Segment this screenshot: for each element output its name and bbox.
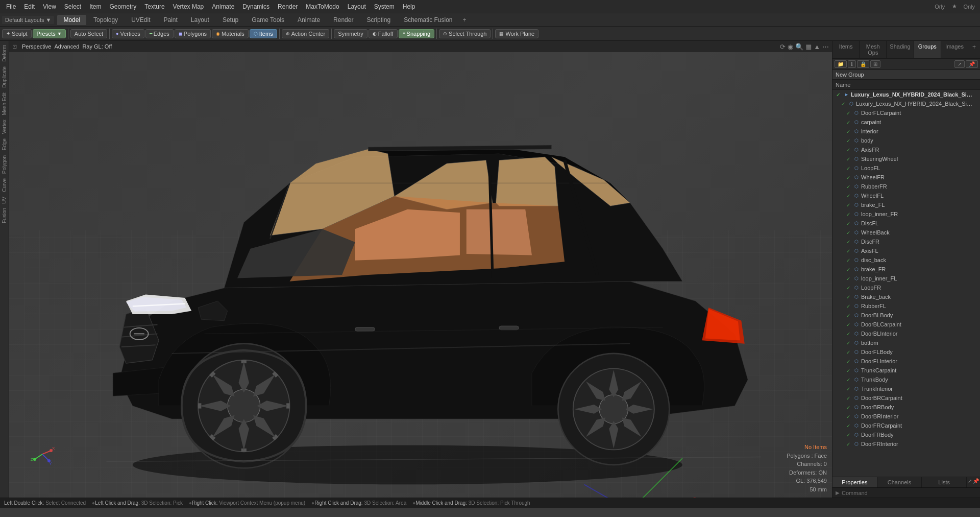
list-item[interactable]: ✓⬡bottom (832, 338, 980, 347)
tab-setup[interactable]: Setup (216, 15, 244, 25)
menu-item[interactable]: Item (85, 2, 105, 11)
list-item[interactable]: ✓⬡AxisFR (832, 145, 980, 154)
check-icon[interactable]: ✓ (845, 210, 852, 218)
polygons-button[interactable]: ◼ Polygons (175, 29, 211, 38)
check-icon[interactable]: ✓ (845, 321, 852, 328)
list-item[interactable]: ✓⬡WheelFR (832, 173, 980, 182)
check-icon[interactable]: ✓ (845, 348, 852, 356)
edges-button[interactable]: ━ Edges (145, 29, 174, 38)
tab-render[interactable]: Render (327, 15, 359, 25)
check-icon[interactable]: ✓ (845, 256, 852, 264)
tab-schematic-fusion[interactable]: Schematic Fusion (398, 15, 458, 25)
list-item[interactable]: ✓⬡TrunkCarpaint (832, 366, 980, 375)
menu-texture[interactable]: Texture (140, 2, 168, 11)
rpb-tab-lists[interactable]: Lists (922, 477, 967, 487)
select-through-button[interactable]: ⊙ Select Through (439, 29, 491, 38)
rp-tab-shading[interactable]: Shading (887, 41, 914, 58)
check-icon[interactable]: ✓ (845, 220, 852, 227)
items-list[interactable]: ✓▸Luxury_Lexus_NX_HYBRID_2024_Black_Simp… (832, 90, 980, 477)
tab-layout[interactable]: Layout (185, 15, 215, 25)
list-item[interactable]: ✓⬡DoorBLBody (832, 311, 980, 320)
check-icon[interactable]: ✓ (845, 404, 852, 411)
rpt-pin-btn[interactable]: 📌 (966, 60, 978, 68)
viewport-icon-1[interactable]: ⟳ (780, 43, 786, 51)
check-icon[interactable]: ✓ (840, 100, 847, 107)
list-item[interactable]: ✓⬡DoorBRBody (832, 403, 980, 412)
symmetry-button[interactable]: Symmetry (334, 29, 368, 38)
check-icon[interactable]: ✓ (845, 440, 852, 448)
menu-system[interactable]: System (370, 2, 399, 11)
check-icon[interactable]: ✓ (845, 422, 852, 429)
viewport-canvas[interactable]: X Y Z No Items Polygons : Face Channels:… (9, 52, 832, 498)
check-icon[interactable]: ✓ (845, 146, 852, 153)
viewport-expand-icon[interactable]: ⊡ (12, 43, 17, 50)
sidebar-curve[interactable]: Curve (1, 176, 8, 194)
viewport-icon-6[interactable]: ⋯ (822, 43, 829, 51)
check-icon[interactable]: ✓ (845, 293, 852, 300)
viewport-icon-3[interactable]: 🔍 (795, 43, 803, 51)
check-icon[interactable]: ✓ (845, 302, 852, 310)
list-item[interactable]: ✓⬡AxisFL (832, 246, 980, 255)
sidebar-deform[interactable]: Deform (1, 43, 8, 64)
check-icon[interactable]: ✓ (845, 165, 852, 172)
viewport-icon-5[interactable]: ▲ (814, 43, 820, 51)
check-icon[interactable]: ✓ (845, 367, 852, 374)
materials-button[interactable]: ◉ Materials (212, 29, 249, 38)
viewport[interactable]: ⊡ Perspective Advanced Ray GL: Off ⟳ ◉ 🔍… (9, 41, 832, 498)
list-item[interactable]: ✓⬡WheelFL (832, 191, 980, 200)
snapping-button[interactable]: ⌖ Snapping (399, 29, 435, 38)
viewport-raygl-label[interactable]: Ray GL: Off (82, 43, 112, 50)
tab-animate[interactable]: Animate (291, 15, 326, 25)
list-item[interactable]: ✓⬡RubberFL (832, 301, 980, 311)
sidebar-uv[interactable]: UV (1, 195, 8, 206)
list-item[interactable]: ✓⬡loop_inner_FL (832, 274, 980, 283)
list-item[interactable]: ✓⬡Luxury_Lexus_NX_HYBRID_2024_Black_Simp… (832, 99, 980, 108)
menu-select[interactable]: Select (60, 2, 85, 11)
list-item[interactable]: ✓⬡body (832, 136, 980, 145)
list-item[interactable]: ✓⬡DoorBRInterior (832, 412, 980, 421)
check-icon[interactable]: ✓ (845, 339, 852, 346)
sidebar-edge[interactable]: Edge (1, 136, 8, 152)
check-icon[interactable]: ✓ (845, 312, 852, 319)
check-icon[interactable]: ✓ (845, 247, 852, 254)
menu-maxtomodo[interactable]: MaxToModo (302, 2, 343, 11)
check-icon[interactable]: ✓ (845, 330, 852, 337)
check-icon[interactable]: ✓ (845, 229, 852, 236)
menu-vertex-map[interactable]: Vertex Map (169, 2, 208, 11)
tab-model[interactable]: Model (57, 15, 86, 25)
check-icon[interactable]: ✓ (845, 385, 852, 392)
rpb-expand-icon[interactable]: ↗ (968, 478, 972, 486)
rp-tab-groups[interactable]: Groups (914, 41, 941, 58)
sidebar-duplicate[interactable]: Duplicate (1, 64, 8, 90)
check-icon[interactable]: ✓ (845, 394, 852, 402)
check-icon[interactable]: ✓ (845, 238, 852, 245)
star-icon[interactable]: ★ (949, 3, 960, 10)
presets-button[interactable]: Presets ▼ (33, 29, 66, 38)
check-icon[interactable]: ✓ (845, 266, 852, 273)
list-item[interactable]: ✓⬡DoorBLCarpaint (832, 320, 980, 329)
rp-tab-mesh-ops[interactable]: Mesh Ops (860, 41, 887, 58)
sidebar-vertex[interactable]: Vertex (1, 118, 8, 136)
list-item[interactable]: ✓⬡WheelBack (832, 228, 980, 237)
list-item[interactable]: ✓⬡SteeringWheel (832, 154, 980, 163)
sidebar-polygon[interactable]: Polygon (1, 153, 8, 176)
rpt-lock-btn[interactable]: 🔒 (857, 60, 869, 68)
viewport-icon-2[interactable]: ◉ (788, 43, 793, 51)
check-icon[interactable]: ✓ (845, 137, 852, 144)
tab-topology[interactable]: Topology (87, 15, 124, 25)
check-icon[interactable]: ✓ (845, 119, 852, 126)
tab-add-button[interactable]: + (460, 15, 470, 25)
check-icon[interactable]: ✓ (845, 413, 852, 420)
falloff-button[interactable]: ◐ Falloff (369, 29, 398, 38)
rp-tab-add[interactable]: + (968, 41, 980, 58)
rp-tab-images[interactable]: Images (941, 41, 968, 58)
check-icon[interactable]: ✓ (845, 109, 852, 116)
menu-layout[interactable]: Layout (344, 2, 370, 11)
rpb-tab-channels[interactable]: Channels (877, 477, 922, 487)
items-button[interactable]: ⬡ Items (250, 29, 277, 38)
rp-tab-items[interactable]: Items (832, 41, 860, 58)
list-item[interactable]: ✓⬡interior (832, 127, 980, 136)
action-center-button[interactable]: ⊕ Action Center (282, 29, 330, 38)
tab-game-tools[interactable]: Game Tools (246, 15, 290, 25)
list-item[interactable]: ✓⬡DoorFLBody (832, 347, 980, 357)
